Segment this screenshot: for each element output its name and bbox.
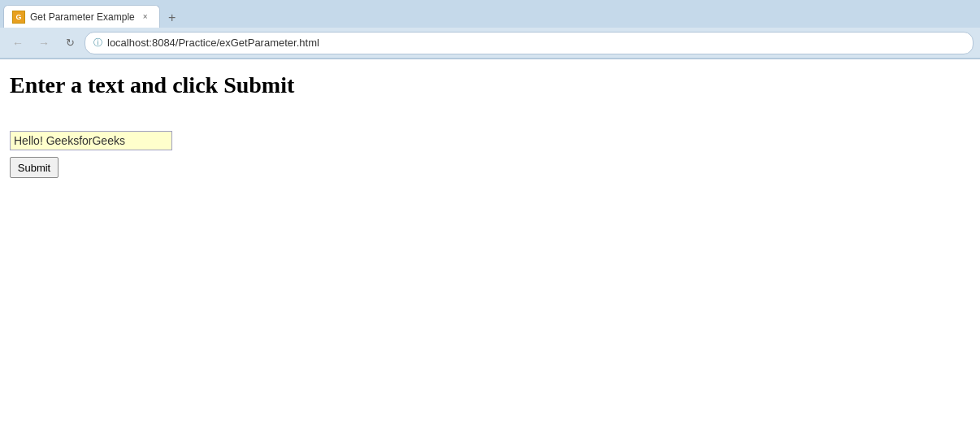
text-input[interactable] <box>10 131 172 150</box>
lock-icon: ⓘ <box>93 37 102 49</box>
tab-favicon: G <box>12 11 25 24</box>
address-bar-container[interactable]: ⓘ <box>85 32 973 54</box>
new-tab-button[interactable]: + <box>162 8 183 28</box>
reload-button[interactable]: ↻ <box>59 32 81 54</box>
tab-close-button[interactable]: × <box>140 11 151 23</box>
submit-button[interactable]: Submit <box>10 157 59 178</box>
browser-toolbar: ← → ↻ ⓘ <box>0 28 980 59</box>
page-heading: Enter a text and click Submit <box>10 72 970 98</box>
browser-chrome: G Get Parameter Example × + ← → ↻ ⓘ <box>0 0 980 59</box>
tab-bar: G Get Parameter Example × + <box>0 0 980 28</box>
form-area: Submit <box>10 131 970 178</box>
address-bar-input[interactable] <box>107 37 965 49</box>
back-button[interactable]: ← <box>7 32 29 54</box>
tab-label: Get Parameter Example <box>30 11 135 23</box>
active-tab[interactable]: G Get Parameter Example × <box>3 5 160 28</box>
page-content: Enter a text and click Submit Submit <box>0 59 980 443</box>
forward-button[interactable]: → <box>33 32 55 54</box>
